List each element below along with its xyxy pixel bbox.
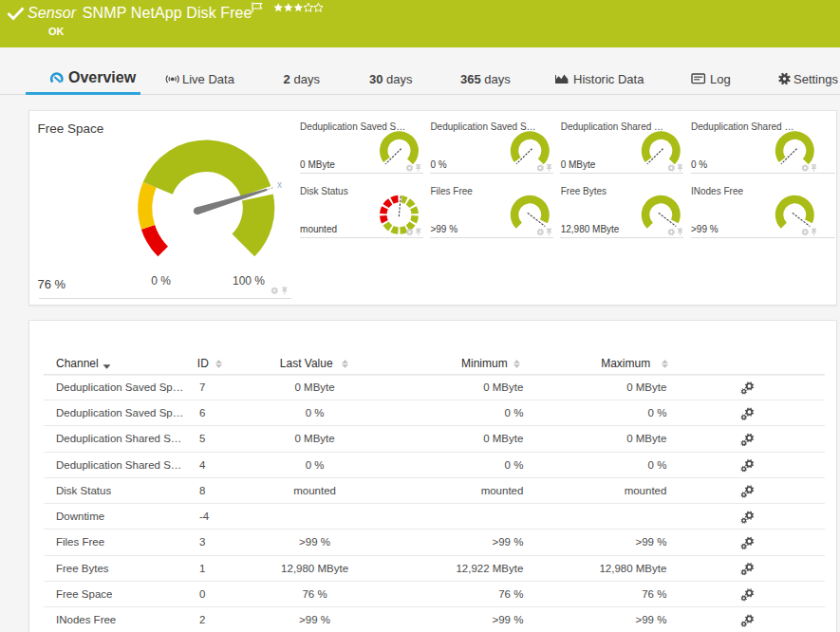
svg-text:x: x: [277, 179, 282, 190]
